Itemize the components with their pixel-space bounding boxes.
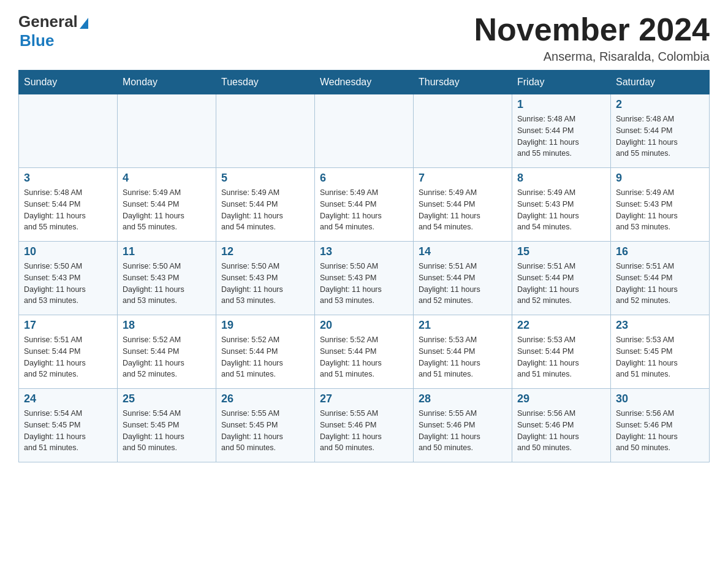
- calendar-cell: 27Sunrise: 5:55 AMSunset: 5:46 PMDayligh…: [315, 389, 414, 462]
- day-info: Sunrise: 5:50 AMSunset: 5:43 PMDaylight:…: [320, 261, 408, 307]
- day-number: 15: [517, 245, 605, 258]
- day-info: Sunrise: 5:55 AMSunset: 5:46 PMDaylight:…: [320, 408, 408, 454]
- day-info: Sunrise: 5:49 AMSunset: 5:44 PMDaylight:…: [320, 187, 408, 233]
- day-number: 11: [123, 245, 211, 258]
- day-number: 21: [419, 319, 507, 332]
- calendar-cell: 3Sunrise: 5:48 AMSunset: 5:44 PMDaylight…: [19, 168, 118, 242]
- logo: General Blue: [18, 12, 88, 50]
- calendar-cell: [216, 94, 315, 168]
- calendar-cell: 18Sunrise: 5:52 AMSunset: 5:44 PMDayligh…: [118, 315, 216, 389]
- calendar-cell: 6Sunrise: 5:49 AMSunset: 5:44 PMDaylight…: [315, 168, 414, 242]
- calendar-cell: 21Sunrise: 5:53 AMSunset: 5:44 PMDayligh…: [414, 315, 512, 389]
- calendar-cell: [414, 94, 512, 168]
- day-info: Sunrise: 5:49 AMSunset: 5:44 PMDaylight:…: [221, 187, 309, 233]
- day-number: 30: [616, 393, 704, 405]
- title-section: November 2024 Anserma, Risaralda, Colomb…: [474, 12, 710, 64]
- day-number: 3: [24, 172, 112, 185]
- calendar-cell: 1Sunrise: 5:48 AMSunset: 5:44 PMDaylight…: [512, 94, 611, 168]
- day-number: 24: [24, 393, 112, 405]
- location-subtitle: Anserma, Risaralda, Colombia: [474, 50, 710, 64]
- calendar-week-row: 1Sunrise: 5:48 AMSunset: 5:44 PMDaylight…: [19, 94, 710, 168]
- day-info: Sunrise: 5:50 AMSunset: 5:43 PMDaylight:…: [123, 261, 211, 307]
- day-info: Sunrise: 5:55 AMSunset: 5:46 PMDaylight:…: [419, 408, 507, 454]
- calendar-cell: 29Sunrise: 5:56 AMSunset: 5:46 PMDayligh…: [512, 389, 611, 462]
- calendar-cell: [19, 94, 118, 168]
- day-number: 2: [616, 98, 704, 111]
- day-info: Sunrise: 5:53 AMSunset: 5:44 PMDaylight:…: [517, 334, 605, 380]
- calendar-cell: 16Sunrise: 5:51 AMSunset: 5:44 PMDayligh…: [611, 242, 710, 315]
- day-info: Sunrise: 5:56 AMSunset: 5:46 PMDaylight:…: [517, 408, 605, 454]
- calendar-cell: 17Sunrise: 5:51 AMSunset: 5:44 PMDayligh…: [19, 315, 118, 389]
- day-info: Sunrise: 5:55 AMSunset: 5:45 PMDaylight:…: [221, 408, 309, 454]
- day-number: 19: [221, 319, 309, 332]
- day-info: Sunrise: 5:56 AMSunset: 5:46 PMDaylight:…: [616, 408, 704, 454]
- day-info: Sunrise: 5:54 AMSunset: 5:45 PMDaylight:…: [123, 408, 211, 454]
- day-info: Sunrise: 5:48 AMSunset: 5:44 PMDaylight:…: [517, 113, 605, 159]
- day-number: 12: [221, 245, 309, 258]
- col-header-monday: Monday: [118, 71, 216, 94]
- day-info: Sunrise: 5:53 AMSunset: 5:45 PMDaylight:…: [616, 334, 704, 380]
- calendar-cell: 28Sunrise: 5:55 AMSunset: 5:46 PMDayligh…: [414, 389, 512, 462]
- day-info: Sunrise: 5:49 AMSunset: 5:44 PMDaylight:…: [419, 187, 507, 233]
- calendar-header-row: SundayMondayTuesdayWednesdayThursdayFrid…: [19, 71, 710, 94]
- calendar-cell: 20Sunrise: 5:52 AMSunset: 5:44 PMDayligh…: [315, 315, 414, 389]
- calendar-cell: 2Sunrise: 5:48 AMSunset: 5:44 PMDaylight…: [611, 94, 710, 168]
- day-number: 1: [517, 98, 605, 111]
- day-number: 5: [221, 172, 309, 185]
- day-number: 13: [320, 245, 408, 258]
- calendar-cell: 5Sunrise: 5:49 AMSunset: 5:44 PMDaylight…: [216, 168, 315, 242]
- calendar-cell: 30Sunrise: 5:56 AMSunset: 5:46 PMDayligh…: [611, 389, 710, 462]
- day-info: Sunrise: 5:49 AMSunset: 5:43 PMDaylight:…: [517, 187, 605, 233]
- day-number: 26: [221, 393, 309, 405]
- calendar-week-row: 3Sunrise: 5:48 AMSunset: 5:44 PMDaylight…: [19, 168, 710, 242]
- calendar-cell: 19Sunrise: 5:52 AMSunset: 5:44 PMDayligh…: [216, 315, 315, 389]
- page-header: General Blue November 2024 Anserma, Risa…: [18, 12, 710, 64]
- calendar-table: SundayMondayTuesdayWednesdayThursdayFrid…: [18, 70, 710, 462]
- calendar-cell: 7Sunrise: 5:49 AMSunset: 5:44 PMDaylight…: [414, 168, 512, 242]
- day-info: Sunrise: 5:50 AMSunset: 5:43 PMDaylight:…: [24, 261, 112, 307]
- calendar-cell: 14Sunrise: 5:51 AMSunset: 5:44 PMDayligh…: [414, 242, 512, 315]
- day-number: 23: [616, 319, 704, 332]
- day-info: Sunrise: 5:54 AMSunset: 5:45 PMDaylight:…: [24, 408, 112, 454]
- calendar-cell: 24Sunrise: 5:54 AMSunset: 5:45 PMDayligh…: [19, 389, 118, 462]
- logo-triangle-icon: [80, 18, 88, 29]
- day-info: Sunrise: 5:51 AMSunset: 5:44 PMDaylight:…: [616, 261, 704, 307]
- day-info: Sunrise: 5:52 AMSunset: 5:44 PMDaylight:…: [123, 334, 211, 380]
- col-header-sunday: Sunday: [19, 71, 118, 94]
- day-number: 14: [419, 245, 507, 258]
- logo-general-text: General: [18, 12, 78, 31]
- col-header-friday: Friday: [512, 71, 611, 94]
- calendar-week-row: 10Sunrise: 5:50 AMSunset: 5:43 PMDayligh…: [19, 242, 710, 315]
- day-number: 18: [123, 319, 211, 332]
- day-number: 29: [517, 393, 605, 405]
- calendar-cell: 25Sunrise: 5:54 AMSunset: 5:45 PMDayligh…: [118, 389, 216, 462]
- day-number: 7: [419, 172, 507, 185]
- day-number: 16: [616, 245, 704, 258]
- day-number: 10: [24, 245, 112, 258]
- calendar-cell: 23Sunrise: 5:53 AMSunset: 5:45 PMDayligh…: [611, 315, 710, 389]
- day-number: 22: [517, 319, 605, 332]
- day-number: 9: [616, 172, 704, 185]
- col-header-wednesday: Wednesday: [315, 71, 414, 94]
- day-info: Sunrise: 5:52 AMSunset: 5:44 PMDaylight:…: [320, 334, 408, 380]
- col-header-tuesday: Tuesday: [216, 71, 315, 94]
- col-header-saturday: Saturday: [611, 71, 710, 94]
- calendar-cell: [118, 94, 216, 168]
- day-number: 20: [320, 319, 408, 332]
- day-info: Sunrise: 5:51 AMSunset: 5:44 PMDaylight:…: [517, 261, 605, 307]
- day-number: 6: [320, 172, 408, 185]
- calendar-cell: 4Sunrise: 5:49 AMSunset: 5:44 PMDaylight…: [118, 168, 216, 242]
- calendar-cell: 11Sunrise: 5:50 AMSunset: 5:43 PMDayligh…: [118, 242, 216, 315]
- logo-blue-text: Blue: [20, 31, 54, 50]
- calendar-cell: 13Sunrise: 5:50 AMSunset: 5:43 PMDayligh…: [315, 242, 414, 315]
- calendar-cell: 9Sunrise: 5:49 AMSunset: 5:43 PMDaylight…: [611, 168, 710, 242]
- day-info: Sunrise: 5:49 AMSunset: 5:44 PMDaylight:…: [123, 187, 211, 233]
- month-year-title: November 2024: [474, 12, 710, 47]
- day-info: Sunrise: 5:49 AMSunset: 5:43 PMDaylight:…: [616, 187, 704, 233]
- calendar-cell: 8Sunrise: 5:49 AMSunset: 5:43 PMDaylight…: [512, 168, 611, 242]
- day-number: 4: [123, 172, 211, 185]
- day-number: 28: [419, 393, 507, 405]
- calendar-week-row: 24Sunrise: 5:54 AMSunset: 5:45 PMDayligh…: [19, 389, 710, 462]
- day-number: 25: [123, 393, 211, 405]
- day-info: Sunrise: 5:48 AMSunset: 5:44 PMDaylight:…: [616, 113, 704, 159]
